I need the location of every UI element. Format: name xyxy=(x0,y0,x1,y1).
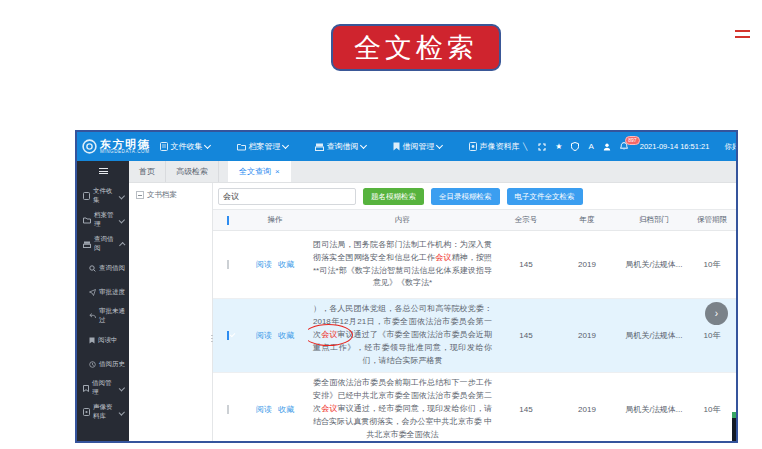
sidebar-subitem-query-borrow[interactable]: 查询借阅 xyxy=(77,256,129,280)
title-fuzzy-search-button[interactable]: 题名模糊检索 xyxy=(363,188,424,205)
document-icon xyxy=(160,142,168,151)
next-page-arrow-button[interactable]: › xyxy=(705,302,728,325)
top-navigation-bar: 东方明德 MINGDEDATA.COM 文件收集 档案管理 查询借阅 借阅管理 xyxy=(77,132,736,161)
bookmark-icon xyxy=(83,385,89,392)
favorite-link[interactable]: 收藏 xyxy=(278,330,294,341)
sidebar-item-query-borrow[interactable]: 查询借阅 xyxy=(77,232,129,256)
sidebar-subitem-approval-rejected[interactable]: 审批未通过 xyxy=(77,304,129,328)
table-header-row: 操作 内容 全宗号 年度 归档部门 保管期限 xyxy=(213,210,736,231)
search-toolbar: 题名模糊检索 全目录模糊检索 电子文件全文检索 xyxy=(213,183,736,209)
sidebar-subitem-approval-progress[interactable]: 审批进度 xyxy=(77,280,129,304)
year-cell: 2019 xyxy=(555,405,619,414)
table-row: 阅读收藏 委全面依法治市委员会前期工作总结和下一步工作安排》已经中共北京市委全面… xyxy=(213,373,736,441)
notifications-bell[interactable]: 897 xyxy=(620,142,628,151)
read-link[interactable]: 阅读 xyxy=(256,404,272,415)
row-checkbox[interactable] xyxy=(227,260,229,269)
tab-fulltext-query[interactable]: 全文查询 × xyxy=(228,161,291,182)
menu-label: 档案管理 xyxy=(249,141,281,152)
send-icon xyxy=(89,289,96,296)
shield-icon[interactable] xyxy=(571,142,579,151)
keyword-input[interactable] xyxy=(218,188,356,205)
sidebar-subitem-borrow-history[interactable]: 借阅历史 xyxy=(77,352,129,376)
sidebar-item-borrow-management[interactable]: 借阅管理 xyxy=(77,376,129,400)
results-table: 操作 内容 全宗号 年度 归档部门 保管期限 阅读收藏 团司法局，国务院各部门法… xyxy=(213,209,736,441)
sidebar-label: 查询借阅 xyxy=(94,235,117,253)
sidebar-item-file-collection[interactable]: 文件收集 xyxy=(77,184,129,208)
select-all-checkbox[interactable] xyxy=(227,216,229,225)
archive-app-window: 东方明德 MINGDEDATA.COM 文件收集 档案管理 查询借阅 借阅管理 xyxy=(75,130,738,443)
tab-label: 全文查询 xyxy=(239,166,271,177)
close-icon[interactable]: × xyxy=(275,167,280,176)
year-cell: 2019 xyxy=(555,331,619,340)
sidebar-label: 查询借阅 xyxy=(99,264,125,273)
tree-node-document-archive[interactable]: 文书档案 xyxy=(136,190,212,200)
chevron-down-icon xyxy=(119,193,125,199)
menu-borrow-management[interactable]: 借阅管理 xyxy=(393,141,442,152)
sidebar-label: 声像资料库 xyxy=(93,403,117,421)
fonds-cell: 145 xyxy=(497,260,555,269)
sidebar-label: 审批未通过 xyxy=(99,307,129,325)
department-cell: 局机关/法规体... xyxy=(619,259,689,270)
efile-fulltext-search-button[interactable]: 电子文件全文检索 xyxy=(507,188,583,205)
chevron-down-icon xyxy=(119,409,125,415)
tab-label: 首页 xyxy=(139,166,155,177)
caret-slash-icon: ╲ xyxy=(523,143,527,151)
search-results-panel: 题名模糊检索 全目录模糊检索 电子文件全文检索 操作 内容 全宗号 年度 归档部… xyxy=(213,183,736,441)
archive-tree-panel: 文书档案 xyxy=(129,183,213,441)
read-link[interactable]: 阅读 xyxy=(256,330,272,341)
department-cell: 局机关/法规体... xyxy=(619,404,689,415)
column-header-year: 年度 xyxy=(555,215,619,225)
department-cell: 局机关/法规体... xyxy=(619,330,689,341)
media-file-icon xyxy=(83,408,90,416)
star-icon[interactable]: ★ xyxy=(555,143,562,151)
topbar-icon-group: ★ A 897 2021-09-14 16:51:21 你好 档案管理员 xyxy=(538,142,738,152)
tree-expand-icon[interactable] xyxy=(136,191,144,199)
brand-domain: MINGDEDATA.COM xyxy=(100,150,150,155)
favorite-link[interactable]: 收藏 xyxy=(278,404,294,415)
read-link[interactable]: 阅读 xyxy=(256,259,272,270)
tab-home[interactable]: 首页 xyxy=(129,161,166,182)
keyword-highlight-red-circle-annotation: 会议 xyxy=(321,329,337,342)
table-row-selected: 阅读收藏 ），各人民团体党组，各总公司和高等院校党委：2018年12月21日，市… xyxy=(213,299,736,373)
row-checkbox[interactable] xyxy=(227,331,229,340)
sidebar-label: 档案管理 xyxy=(94,211,117,229)
notification-badge: 897 xyxy=(625,136,640,145)
user-greeting[interactable]: 你好 档案管理员 xyxy=(724,142,738,152)
tab-bar: 首页 高级检索 全文查询 × xyxy=(129,161,736,183)
menu-label: 查询借阅 xyxy=(327,141,359,152)
vertical-scrollbar-thumb[interactable] xyxy=(732,412,736,441)
font-size-icon[interactable]: A xyxy=(588,143,593,151)
full-catalog-fuzzy-search-button[interactable]: 全目录模糊检索 xyxy=(431,188,500,205)
current-datetime: 2021-09-14 16:51:21 xyxy=(640,142,710,151)
fulltext-search-banner-button[interactable]: 全文检索 xyxy=(331,24,501,71)
menu-av-library[interactable]: 声像资料库╲ xyxy=(469,141,527,152)
row-checkbox[interactable] xyxy=(227,405,229,414)
menu-query-borrow[interactable]: 查询借阅 xyxy=(315,141,366,152)
fullscreen-icon[interactable] xyxy=(538,143,546,151)
menu-file-collection[interactable]: 文件收集 xyxy=(160,141,210,152)
printer-icon xyxy=(83,241,91,248)
sidebar-label: 借阅管理 xyxy=(92,379,117,397)
retention-cell: 10年 xyxy=(689,404,735,415)
column-header-operation: 操作 xyxy=(242,215,308,225)
user-icon[interactable] xyxy=(603,143,611,151)
table-row: 阅读收藏 团司法局，国务院各部门法制工作机构：为深入贯彻落实全国网络安全和信息化… xyxy=(213,231,736,299)
fonds-cell: 145 xyxy=(497,331,555,340)
retention-cell: 10年 xyxy=(689,259,735,270)
sidebar-item-archive-management[interactable]: 档案管理 xyxy=(77,208,129,232)
column-header-fonds: 全宗号 xyxy=(497,215,555,225)
keyword-highlight: 会议 xyxy=(321,404,337,413)
sidebar-collapse-icon[interactable] xyxy=(99,168,108,174)
favorite-link[interactable]: 收藏 xyxy=(278,259,294,270)
hamburger-menu-icon[interactable] xyxy=(735,30,750,42)
history-icon xyxy=(89,361,96,368)
sidebar-label: 借阅历史 xyxy=(99,360,125,369)
tab-advanced-search[interactable]: 高级检索 xyxy=(166,161,219,182)
menu-archive-management[interactable]: 档案管理 xyxy=(237,141,288,152)
content-cell: ），各人民团体党组，各总公司和高等院校党委：2018年12月21日，市委全面依法… xyxy=(308,299,497,372)
media-file-icon xyxy=(469,142,477,151)
sidebar-item-av-library[interactable]: 声像资料库 xyxy=(77,400,129,424)
brand-logo[interactable]: 东方明德 MINGDEDATA.COM xyxy=(82,139,150,155)
sidebar-subitem-reading[interactable]: 阅读中 xyxy=(77,328,129,352)
menu-label: 借阅管理 xyxy=(403,141,435,152)
